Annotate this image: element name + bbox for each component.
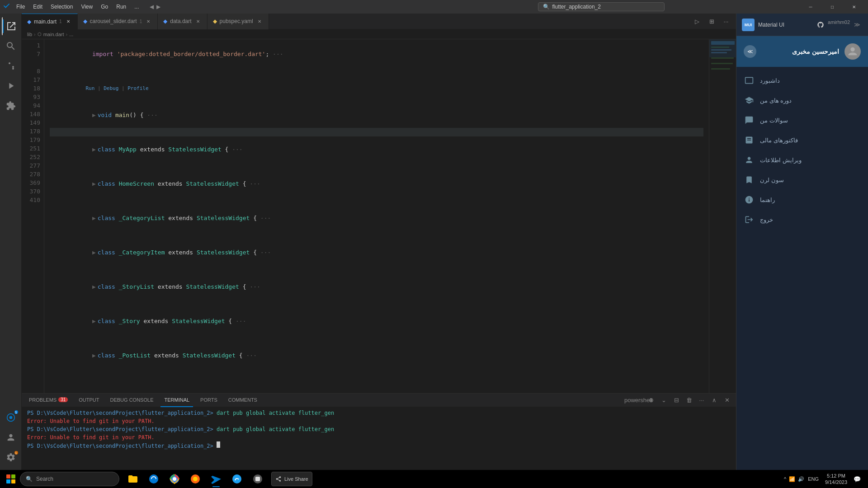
live-share-taskbar-label: Live Share [284, 476, 308, 482]
maximize-button[interactable]: □ [822, 0, 843, 14]
logout-icon [744, 214, 755, 225]
nav-back[interactable]: ◀ [150, 4, 154, 10]
breadcrumb-more[interactable]: ... [69, 32, 73, 37]
expand-panel-icon[interactable]: ≫ [852, 19, 863, 30]
terminal-more-button[interactable]: ··· [696, 395, 707, 406]
activity-source-control[interactable] [2, 57, 20, 75]
language-indicator[interactable]: ENG [806, 474, 821, 484]
menu-more[interactable]: ... [131, 2, 142, 12]
tab-data-label: data.dart [170, 18, 191, 24]
taskbar-file-explorer[interactable] [123, 470, 143, 488]
menu-selection[interactable]: Selection [47, 2, 76, 12]
svg-point-13 [173, 477, 176, 481]
panel-tab-comments[interactable]: COMMENTS [225, 394, 261, 407]
activity-remote[interactable]: 1 [2, 408, 20, 427]
nav-item-courses[interactable]: دوره های من [736, 90, 868, 110]
nav-questions-label: سوالات من [760, 117, 788, 124]
code-line-278: ▶class _Story extends StatelessWidget { … [50, 308, 703, 334]
taskbar-firefox[interactable] [185, 470, 205, 488]
nav-item-guide[interactable]: راهنما [736, 190, 868, 210]
nav-item-invoices[interactable]: فاکتورهای مالی [736, 130, 868, 150]
taskbar-vscode[interactable] [206, 470, 226, 488]
right-panel-icons: amirhm02 ≫ [815, 19, 863, 30]
menu-edit[interactable]: Edit [29, 2, 46, 12]
split-editor-button[interactable]: ⊞ [705, 15, 718, 28]
panel-tab-ports[interactable]: PORTS [197, 394, 221, 407]
taskbar-edge[interactable] [144, 470, 164, 488]
nav-item-edit-profile[interactable]: ویرایش اطلاعات [736, 150, 868, 170]
menu-view[interactable]: View [77, 2, 96, 12]
add-terminal-button[interactable]: ⊕ [646, 395, 656, 406]
run-button[interactable]: ▷ [691, 15, 703, 28]
taskbar-app-extra2[interactable] [248, 470, 268, 488]
activity-settings[interactable]: 1 [2, 448, 20, 466]
title-search-box[interactable]: 🔍 flutter_application_2 [538, 2, 665, 11]
split-terminal-button[interactable]: ⊟ [671, 395, 682, 406]
menu-file[interactable]: File [13, 2, 28, 12]
tab-close-pubspec[interactable]: ✕ [256, 18, 263, 25]
close-button[interactable]: ✕ [844, 0, 864, 14]
taskbar-app-extra1[interactable] [227, 470, 247, 488]
nav-item-dashboard[interactable]: داشبورد [736, 70, 868, 90]
nav-item-logout[interactable]: خروج [736, 210, 868, 230]
panel-tab-problems[interactable]: PROBLEMS 31 [25, 394, 71, 407]
panel-tab-debug-console[interactable]: DEBUG CONSOLE [107, 394, 157, 407]
run-debug-line[interactable]: Run | Debug | Profile [50, 75, 703, 102]
tab-close-data[interactable]: ✕ [194, 18, 202, 25]
close-panel-button[interactable]: ✕ [722, 395, 732, 406]
volume-icon[interactable]: 🔊 [798, 476, 804, 482]
nav-item-soon-learn[interactable]: سون لرن [736, 170, 868, 190]
svg-point-11 [149, 474, 158, 483]
minimize-button[interactable]: ─ [800, 0, 821, 14]
invoice-icon [744, 135, 755, 145]
collapse-sidebar-button[interactable]: ≪ [744, 45, 756, 58]
taskbar-apps [123, 470, 268, 488]
code-content[interactable]: import 'package:dotted_border/dotted_bor… [44, 39, 709, 393]
tab-close-main[interactable]: ✕ [65, 18, 72, 25]
live-share-button[interactable]: Live Share [271, 472, 312, 486]
collapse-panel-button[interactable]: ∧ [709, 395, 720, 406]
tab-data[interactable]: ◆ data.dart ✕ [158, 14, 207, 29]
code-line-94: ▶class HomeScreen extends StatelessWidge… [50, 171, 703, 197]
tab-pubspec[interactable]: ◆ pubspec.yaml ✕ [208, 14, 269, 29]
github-avatar[interactable] [815, 19, 826, 30]
activity-extensions[interactable] [2, 97, 20, 115]
breadcrumb-lib[interactable]: lib [27, 32, 32, 37]
activity-run-debug[interactable] [2, 77, 20, 95]
menu-go[interactable]: Go [97, 2, 112, 12]
start-button[interactable] [2, 471, 20, 487]
problems-label: PROBLEMS [29, 397, 57, 403]
tab-actions: ▷ ⊞ ··· [691, 15, 736, 28]
chat-icon [744, 115, 755, 126]
menu-run[interactable]: Run [113, 2, 130, 12]
panel-tab-terminal[interactable]: TERMINAL [160, 394, 193, 407]
code-line-149: ▶class _CategoryList extends StatelessWi… [50, 205, 703, 231]
chevron-icon[interactable]: ^ [784, 476, 786, 482]
breadcrumb-file[interactable]: main.dart [43, 32, 64, 37]
terminal-shell-selector[interactable]: powershell [633, 395, 644, 406]
bookmark-icon [744, 174, 755, 185]
tab-close-carousel[interactable]: ✕ [145, 18, 152, 25]
activity-search[interactable] [2, 37, 20, 55]
terminal-dropdown[interactable]: ⌄ [658, 395, 669, 406]
notification-center[interactable]: 💬 [852, 474, 863, 484]
code-line-277 [50, 300, 703, 308]
activity-explorer[interactable] [2, 17, 20, 35]
info-icon [744, 194, 755, 205]
code-scroll[interactable]: 1 7 8 17 18 93 94 148 149 178 179 251 25… [22, 39, 736, 393]
trash-terminal-button[interactable]: 🗑 [684, 395, 694, 406]
taskbar-search[interactable]: 🔍 Search [20, 472, 119, 486]
nav-item-questions[interactable]: سوالات من [736, 110, 868, 130]
taskbar-chrome[interactable] [165, 470, 184, 488]
activity-bar: 1 1 [0, 14, 22, 470]
network-icon[interactable]: 📶 [789, 476, 795, 482]
tab-main-dart[interactable]: ◆ main.dart 1 ✕ [22, 14, 78, 29]
code-line-179: ▶class _CategoryItem extends StatelessWi… [50, 239, 703, 265]
more-actions-button[interactable]: ··· [720, 15, 732, 28]
sys-tray: ^ 📶 🔊 [784, 476, 804, 482]
activity-accounts[interactable] [2, 428, 20, 446]
tab-carousel[interactable]: ◆ carousel_slider.dart 1 ✕ [78, 14, 158, 29]
panel-tab-output[interactable]: OUTPUT [75, 394, 103, 407]
nav-forward[interactable]: ▶ [156, 4, 160, 10]
clock[interactable]: 5:12 PM 9/14/2023 [822, 473, 850, 485]
